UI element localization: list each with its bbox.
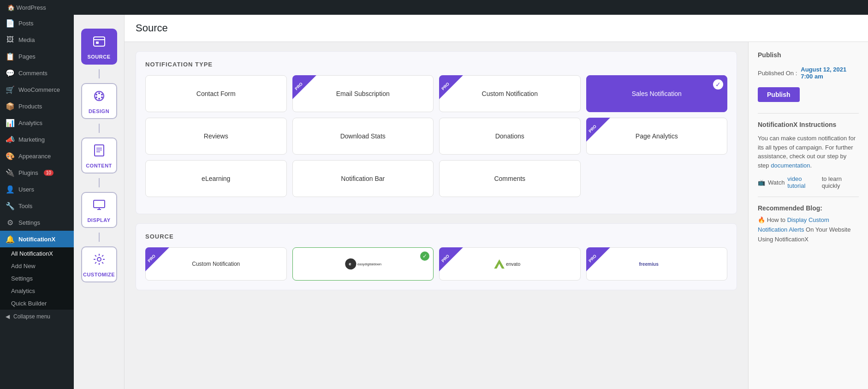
notif-card-notification-bar[interactable]: Notification Bar — [292, 160, 434, 197]
tools-icon: 🔧 — [6, 201, 15, 210]
sidebar-item-posts[interactable]: 📄 Posts — [0, 15, 74, 31]
right-sidebar: Publish Published On : August 12, 2021 7… — [748, 42, 868, 389]
sidebar-item-media[interactable]: 🖼 Media — [0, 31, 74, 48]
users-icon: 👤 — [6, 185, 15, 194]
published-on-label: Published On : — [758, 70, 797, 77]
collapse-menu-button[interactable]: ◀ Collapse menu — [0, 310, 74, 323]
pro-badge-src-custom: PRO — [145, 247, 169, 271]
customize-step-icon — [92, 252, 107, 270]
sub-item-add-new[interactable]: Add New — [0, 260, 74, 272]
selected-check-icon: ✓ — [713, 79, 723, 90]
documentation-link[interactable]: documentation — [771, 162, 810, 169]
sidebar-item-tools[interactable]: 🔧 Tools — [0, 197, 74, 214]
connector-3 — [99, 178, 100, 187]
publish-section: Publish Published On : August 12, 2021 7… — [758, 51, 859, 102]
pages-icon: 📋 — [6, 52, 15, 61]
svg-rect-14 — [94, 200, 105, 208]
svg-text:envato: envato — [506, 262, 520, 267]
steps-sidebar: SOURCE DESIGN — [74, 0, 125, 389]
admin-bar-title: 🏠 WordPress — [7, 4, 46, 11]
notif-card-donations[interactable]: Donations — [439, 118, 581, 155]
products-icon: 📦 — [6, 102, 15, 111]
svg-point-17 — [97, 257, 101, 261]
svg-text:freemius: freemius — [639, 262, 659, 267]
published-on-row: Published On : August 12, 2021 7:00 am — [758, 66, 859, 80]
notif-card-contact-form[interactable]: Contact Form — [145, 75, 287, 112]
edd-logo: e easydigitaldownloads — [345, 257, 381, 271]
notif-card-download-stats[interactable]: Download Stats — [292, 118, 434, 155]
pro-badge-page-analytics: PRO — [586, 118, 610, 142]
sidebar-item-products[interactable]: 📦 Products — [0, 98, 74, 114]
media-icon: 🖼 — [6, 35, 15, 44]
sidebar-item-analytics[interactable]: 📊 Analytics — [0, 114, 74, 131]
pro-badge-src-envato: PRO — [439, 247, 463, 271]
blog-link-row: 🔥 How to Display Custom Notification Ale… — [758, 215, 859, 244]
instructions-text: You can make custom notification for its… — [758, 134, 859, 170]
sub-item-settings[interactable]: Settings — [0, 272, 74, 285]
step-content[interactable]: CONTENT — [74, 133, 124, 178]
source-card-freemius[interactable]: PRO freemius — [586, 247, 728, 281]
posts-icon: 📄 — [6, 18, 15, 28]
svg-point-4 — [98, 92, 100, 94]
sub-item-quick-builder[interactable]: Quick Builder — [0, 297, 74, 310]
pro-badge-email: PRO — [292, 75, 316, 99]
edd-check-icon: ✓ — [420, 251, 429, 261]
sidebar-item-comments[interactable]: 💬 Comments — [0, 65, 74, 81]
woocommerce-icon: 🛒 — [6, 85, 15, 94]
sidebar-item-marketing[interactable]: 📣 Marketing — [0, 131, 74, 148]
sidebar-item-woocommerce[interactable]: 🛒 WooCommerce — [0, 81, 74, 98]
svg-marker-21 — [494, 259, 505, 269]
step-design[interactable]: DESIGN — [74, 78, 124, 124]
page-title: Source — [136, 22, 857, 34]
step-source[interactable]: SOURCE — [74, 24, 124, 69]
main-body: NOTIFICATION TYPE Contact Form PRO Email… — [125, 42, 868, 389]
source-card-envato[interactable]: PRO envato — [439, 247, 581, 281]
sub-item-all-notificationx[interactable]: All NotificationX — [0, 247, 74, 260]
svg-rect-0 — [94, 37, 105, 46]
display-step-icon — [92, 197, 107, 215]
notif-card-elearning[interactable]: eLearning — [145, 160, 287, 197]
source-card-custom-notification[interactable]: PRO Custom Notification — [145, 247, 287, 281]
plugins-badge: 10 — [44, 170, 54, 176]
sidebar-item-plugins[interactable]: 🔌 Plugins 10 — [0, 164, 74, 181]
watch-row: 📺 Watch video tutorial to learn quickly — [758, 175, 859, 189]
step-display[interactable]: DISPLAY — [74, 187, 124, 233]
step-customize[interactable]: CUSTOMIZE — [74, 242, 124, 287]
sidebar-item-appearance[interactable]: 🎨 Appearance — [0, 148, 74, 164]
svg-rect-10 — [95, 145, 104, 156]
notification-type-grid: Contact Form PRO Email Subscription PRO — [145, 75, 727, 197]
design-step-icon — [92, 89, 107, 107]
analytics-icon: 📊 — [6, 118, 15, 127]
published-date: August 12, 2021 7:00 am — [801, 66, 846, 80]
divider-2 — [758, 197, 859, 197]
notif-card-custom-notification[interactable]: PRO Custom Notification — [439, 75, 581, 112]
pro-badge-custom: PRO — [439, 75, 463, 99]
video-tutorial-link[interactable]: video tutorial — [787, 175, 819, 189]
content-area: NOTIFICATION TYPE Contact Form PRO Email… — [125, 42, 748, 389]
collapse-arrow-icon: ◀ — [6, 313, 10, 320]
sidebar-item-users[interactable]: 👤 Users — [0, 181, 74, 197]
envato-logo: envato — [491, 257, 528, 271]
sub-item-analytics[interactable]: Analytics — [0, 285, 74, 297]
sidebar-item-pages[interactable]: 📋 Pages — [0, 48, 74, 65]
notif-card-email-subscription[interactable]: PRO Email Subscription — [292, 75, 434, 112]
sidebar-sub-menu: All NotificationX Add New Settings Analy… — [0, 247, 74, 310]
notif-card-comments[interactable]: Comments — [439, 160, 581, 197]
publish-title: Publish — [758, 51, 859, 59]
sidebar-item-settings[interactable]: ⚙ Settings — [0, 214, 74, 231]
divider-1 — [758, 113, 859, 114]
publish-button[interactable]: Publish — [758, 87, 800, 102]
notif-card-sales-notification[interactable]: Sales Notification ✓ — [586, 75, 728, 112]
svg-point-8 — [95, 96, 97, 98]
source-section-title: SOURCE — [145, 233, 727, 240]
connector-2 — [99, 124, 100, 133]
recommended-title: Recommended Blog: — [758, 204, 859, 212]
sidebar-item-notificationx[interactable]: 🔔 NotificationX — [0, 231, 74, 247]
plugins-icon: 🔌 — [6, 168, 15, 177]
source-card-edd[interactable]: ✓ e easydigitaldownloads — [292, 247, 434, 281]
notification-type-title: NOTIFICATION TYPE — [145, 61, 727, 68]
notif-card-page-analytics[interactable]: PRO Page Analytics — [586, 118, 728, 155]
notif-card-reviews[interactable]: Reviews — [145, 118, 287, 155]
pro-badge-src-freemius: PRO — [586, 247, 610, 271]
svg-text:e: e — [349, 262, 351, 266]
